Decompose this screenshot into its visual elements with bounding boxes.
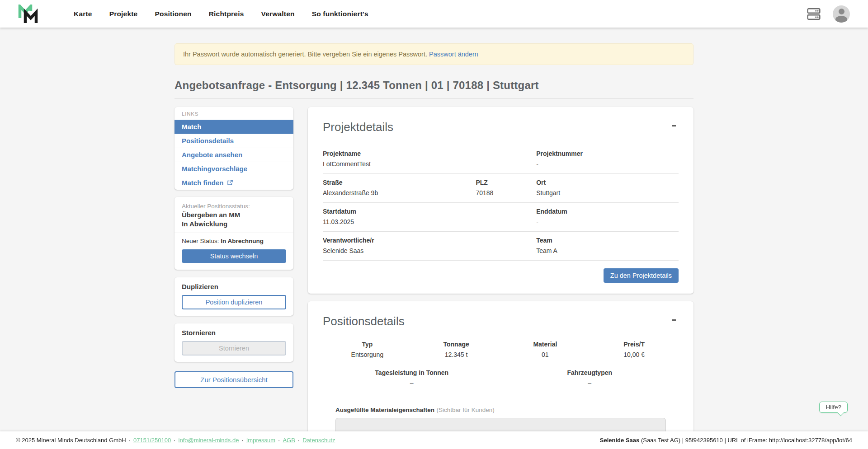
duplicate-title: Duplizieren: [182, 283, 286, 290]
footer-impressum-link[interactable]: Impressum: [246, 437, 275, 444]
match-finden-label: Match finden: [182, 179, 224, 187]
stat-typ: Typ Entsorgung: [323, 341, 412, 358]
nav-item-positionen[interactable]: Positionen: [146, 10, 200, 18]
sidebar-item-positionsdetails[interactable]: Positionsdetails: [175, 134, 293, 148]
stat-fahrzeugtypen: Fahrzeugtypen –: [501, 369, 679, 387]
nav-item-richtpreis[interactable]: Richtpreis: [200, 10, 253, 18]
field-projektname: Projektname LotCommentTest: [323, 150, 536, 168]
field-label: Startdatum: [323, 208, 536, 215]
footer-left: © 2025 Mineral Minds Deutschland GmbH · …: [16, 437, 335, 444]
project-row-1: Projektname LotCommentTest Projektnummer…: [323, 145, 679, 174]
field-value: Stuttgart: [536, 189, 679, 196]
minus-icon: [672, 125, 676, 126]
projektdetails-card: Projektdetails Projektname LotCommentTes…: [308, 107, 693, 294]
field-value: Team A: [536, 247, 679, 254]
stat-value: –: [323, 379, 501, 387]
footer-user-info: Selenide Saas (Saas Test AG) | 95f942395…: [600, 437, 852, 444]
stat-value: –: [501, 379, 679, 387]
field-ort: Ort Stuttgart: [536, 179, 679, 196]
status-divider: [175, 233, 293, 233]
page-title: Angebotsanfrage - Entsorgung | 12.345 To…: [175, 79, 693, 92]
zur-positionsuebersicht-button[interactable]: Zur Positionsübersicht: [175, 371, 293, 388]
stat-label: Tonnage: [412, 341, 501, 348]
help-button[interactable]: Hilfe?: [819, 402, 848, 413]
stat-tonnage: Tonnage 12.345 t: [412, 341, 501, 358]
top-navbar: Karte Projekte Positionen Richtpreis Ver…: [0, 0, 868, 28]
stat-value: 10,00 €: [590, 351, 679, 358]
material-hint: (Sichtbar für Kunden): [437, 407, 495, 413]
stat-material: Material 01: [501, 341, 590, 358]
database-icon: [807, 7, 821, 21]
external-link-icon: [227, 180, 233, 186]
mm-logo[interactable]: [18, 5, 39, 23]
footer-separator: ·: [278, 437, 280, 444]
nav-item-karte[interactable]: Karte: [65, 10, 101, 18]
field-label: Projektname: [323, 150, 536, 157]
links-card: LINKS Match Positionsdetails Angebote an…: [175, 107, 293, 190]
footer-agb-link[interactable]: AGB: [283, 437, 295, 444]
user-avatar-icon: [839, 9, 844, 14]
footer-user-name: Selenide Saas: [600, 437, 639, 444]
database-button[interactable]: [807, 7, 821, 21]
field-enddatum: Enddatum -: [536, 208, 679, 225]
field-value: LotCommentTest: [323, 160, 536, 168]
footer-separator: ·: [174, 437, 175, 444]
field-plz: PLZ 70188: [476, 179, 536, 196]
stat-value: Entsorgung: [323, 351, 412, 358]
field-strasse: Straße Alexanderstraße 9b: [323, 179, 476, 196]
position-duplizieren-button[interactable]: Position duplizieren: [182, 295, 286, 309]
status-new-line: Neuer Status: In Abrechnung: [182, 238, 286, 244]
position-stats-row-2: Tagesleistung in Tonnen – Fahrzeugtypen …: [323, 369, 679, 387]
position-stats-row: Typ Entsorgung Tonnage 12.345 t Material…: [323, 341, 679, 358]
footer-separator: ·: [241, 437, 243, 444]
nav-item-verwalten[interactable]: Verwalten: [252, 10, 303, 18]
nav-item-projekte[interactable]: Projekte: [101, 10, 146, 18]
main-nav: Karte Projekte Positionen Richtpreis Ver…: [65, 10, 377, 18]
projektdetails-title: Projektdetails: [323, 120, 679, 134]
footer: © 2025 Mineral Minds Deutschland GmbH · …: [0, 431, 868, 449]
status-current-2: In Abwicklung: [182, 220, 286, 228]
sidebar-item-match-finden[interactable]: Match finden: [175, 176, 293, 190]
stat-label: Preis/T: [590, 341, 679, 348]
status-card: Aktueller Positionsstatus: Übergeben an …: [175, 197, 293, 270]
sidebar-item-match[interactable]: Match: [175, 120, 293, 134]
stat-label: Material: [501, 341, 590, 348]
banner-text: Ihr Passwort wurde automatisch generiert…: [183, 51, 427, 58]
sidebar-item-angebote-ansehen[interactable]: Angebote ansehen: [175, 148, 293, 162]
mm-logo-icon: [18, 5, 39, 23]
user-avatar-body: [835, 16, 847, 23]
footer-phone-link[interactable]: 07151/250100: [133, 437, 171, 444]
field-value: -: [536, 160, 679, 168]
nav-item-so-funktionierts[interactable]: So funktioniert's: [303, 10, 377, 18]
main-content: Projektdetails Projektname LotCommentTes…: [308, 107, 693, 449]
field-value: 11.03.2025: [323, 218, 536, 225]
user-avatar-button[interactable]: [833, 5, 850, 23]
status-caption: Aktueller Positionsstatus:: [182, 203, 286, 210]
sidebar-item-matchingvorschlaege[interactable]: Matchingvorschläge: [175, 162, 293, 176]
status-new-prefix: Neuer Status:: [182, 238, 221, 244]
stat-label: Fahrzeugtypen: [501, 369, 679, 376]
stat-tagesleistung: Tagesleistung in Tonnen –: [323, 369, 501, 387]
change-password-link[interactable]: Passwort ändern: [429, 51, 478, 58]
storno-title: Stornieren: [182, 329, 286, 337]
field-projektnummer: Projektnummer -: [536, 150, 679, 168]
footer-datenschutz-link[interactable]: Datenschutz: [302, 437, 335, 444]
project-row-2: Straße Alexanderstraße 9b PLZ 70188 Ort …: [323, 174, 679, 203]
zu-den-projektdetails-button[interactable]: Zu den Projektdetails: [604, 268, 679, 283]
field-label: Ort: [536, 179, 679, 186]
status-wechseln-button[interactable]: Status wechseln: [182, 249, 286, 263]
stat-value: 12.345 t: [412, 351, 501, 358]
field-label: Verantwortliche/r: [323, 237, 536, 244]
footer-user-details: (Saas Test AG) | 95f942395610 | URL of i…: [639, 437, 852, 444]
status-current-1: Übergeben an MM: [182, 211, 286, 219]
stornieren-button: Stornieren: [182, 341, 286, 355]
positionsdetails-title: Positionsdetails: [323, 314, 679, 328]
positionsdetails-collapse-button[interactable]: [669, 315, 679, 325]
footer-email-link[interactable]: info@mineral-minds.de: [179, 437, 239, 444]
field-value: -: [536, 218, 679, 225]
positionsdetails-card: Positionsdetails Typ Entsorgung Tonnage …: [308, 301, 693, 449]
footer-copyright: © 2025 Mineral Minds Deutschland GmbH: [16, 437, 126, 444]
stat-label: Tagesleistung in Tonnen: [323, 369, 501, 376]
projektdetails-collapse-button[interactable]: [669, 121, 679, 131]
sidebar: LINKS Match Positionsdetails Angebote an…: [175, 107, 293, 388]
